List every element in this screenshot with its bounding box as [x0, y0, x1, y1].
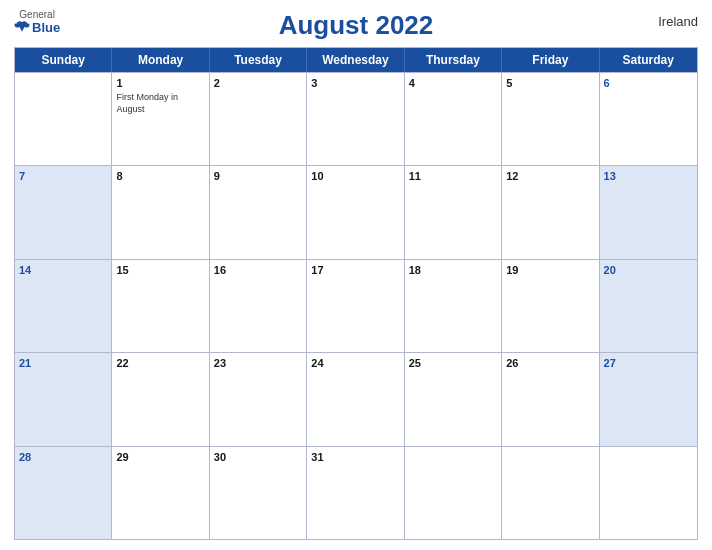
calendar-cell: 7 — [15, 166, 112, 258]
calendar: SundayMondayTuesdayWednesdayThursdayFrid… — [14, 47, 698, 540]
calendar-cell: 20 — [600, 260, 697, 352]
logo: General Blue — [14, 10, 60, 34]
week-row-2: 14151617181920 — [15, 259, 697, 352]
calendar-cell: 22 — [112, 353, 209, 445]
calendar-cell: 9 — [210, 166, 307, 258]
header-day-tuesday: Tuesday — [210, 48, 307, 72]
day-number: 18 — [409, 263, 497, 277]
header-day-wednesday: Wednesday — [307, 48, 404, 72]
day-number: 3 — [311, 76, 399, 90]
day-number: 28 — [19, 450, 107, 464]
header-day-monday: Monday — [112, 48, 209, 72]
day-number: 12 — [506, 169, 594, 183]
calendar-cell: 21 — [15, 353, 112, 445]
calendar-cell: 28 — [15, 447, 112, 539]
day-number: 23 — [214, 356, 302, 370]
calendar-cell: 3 — [307, 73, 404, 165]
day-number: 9 — [214, 169, 302, 183]
header-day-friday: Friday — [502, 48, 599, 72]
calendar-cell: 5 — [502, 73, 599, 165]
calendar-title: August 2022 — [279, 10, 434, 41]
calendar-cell: 31 — [307, 447, 404, 539]
country-label: Ireland — [658, 14, 698, 29]
calendar-body: 1First Monday in August23456789101112131… — [15, 72, 697, 539]
calendar-cell: 2 — [210, 73, 307, 165]
day-number: 20 — [604, 263, 693, 277]
day-number: 26 — [506, 356, 594, 370]
calendar-cell: 8 — [112, 166, 209, 258]
day-number: 16 — [214, 263, 302, 277]
header-day-thursday: Thursday — [405, 48, 502, 72]
day-number: 24 — [311, 356, 399, 370]
calendar-cell: 25 — [405, 353, 502, 445]
week-row-4: 28293031 — [15, 446, 697, 539]
logo-blue-text: Blue — [14, 20, 60, 34]
day-number: 22 — [116, 356, 204, 370]
header: General Blue August 2022 Ireland — [14, 10, 698, 41]
day-number: 2 — [214, 76, 302, 90]
calendar-header-row: SundayMondayTuesdayWednesdayThursdayFrid… — [15, 48, 697, 72]
event-label: First Monday in August — [116, 92, 204, 115]
day-number: 7 — [19, 169, 107, 183]
calendar-cell: 11 — [405, 166, 502, 258]
day-number: 1 — [116, 76, 204, 90]
day-number: 8 — [116, 169, 204, 183]
day-number: 21 — [19, 356, 107, 370]
day-number: 11 — [409, 169, 497, 183]
day-number: 27 — [604, 356, 693, 370]
calendar-cell: 12 — [502, 166, 599, 258]
calendar-cell: 30 — [210, 447, 307, 539]
logo-general-text: General — [19, 10, 55, 20]
header-day-sunday: Sunday — [15, 48, 112, 72]
calendar-cell: 1First Monday in August — [112, 73, 209, 165]
calendar-cell — [405, 447, 502, 539]
day-number: 31 — [311, 450, 399, 464]
calendar-cell: 19 — [502, 260, 599, 352]
day-number: 17 — [311, 263, 399, 277]
page: General Blue August 2022 Ireland SundayM… — [0, 0, 712, 550]
calendar-cell — [600, 447, 697, 539]
logo-bird-icon — [14, 20, 30, 34]
calendar-cell: 18 — [405, 260, 502, 352]
day-number: 19 — [506, 263, 594, 277]
calendar-cell — [15, 73, 112, 165]
day-number: 15 — [116, 263, 204, 277]
calendar-cell: 14 — [15, 260, 112, 352]
calendar-cell — [502, 447, 599, 539]
calendar-cell: 24 — [307, 353, 404, 445]
calendar-cell: 4 — [405, 73, 502, 165]
calendar-cell: 17 — [307, 260, 404, 352]
day-number: 4 — [409, 76, 497, 90]
week-row-0: 1First Monday in August23456 — [15, 72, 697, 165]
day-number: 29 — [116, 450, 204, 464]
day-number: 10 — [311, 169, 399, 183]
week-row-3: 21222324252627 — [15, 352, 697, 445]
calendar-cell: 27 — [600, 353, 697, 445]
day-number: 5 — [506, 76, 594, 90]
day-number: 25 — [409, 356, 497, 370]
week-row-1: 78910111213 — [15, 165, 697, 258]
day-number: 30 — [214, 450, 302, 464]
calendar-cell: 6 — [600, 73, 697, 165]
day-number: 6 — [604, 76, 693, 90]
header-day-saturday: Saturday — [600, 48, 697, 72]
calendar-cell: 15 — [112, 260, 209, 352]
calendar-cell: 29 — [112, 447, 209, 539]
calendar-cell: 13 — [600, 166, 697, 258]
calendar-cell: 10 — [307, 166, 404, 258]
day-number: 13 — [604, 169, 693, 183]
calendar-cell: 16 — [210, 260, 307, 352]
calendar-cell: 23 — [210, 353, 307, 445]
calendar-cell: 26 — [502, 353, 599, 445]
day-number: 14 — [19, 263, 107, 277]
